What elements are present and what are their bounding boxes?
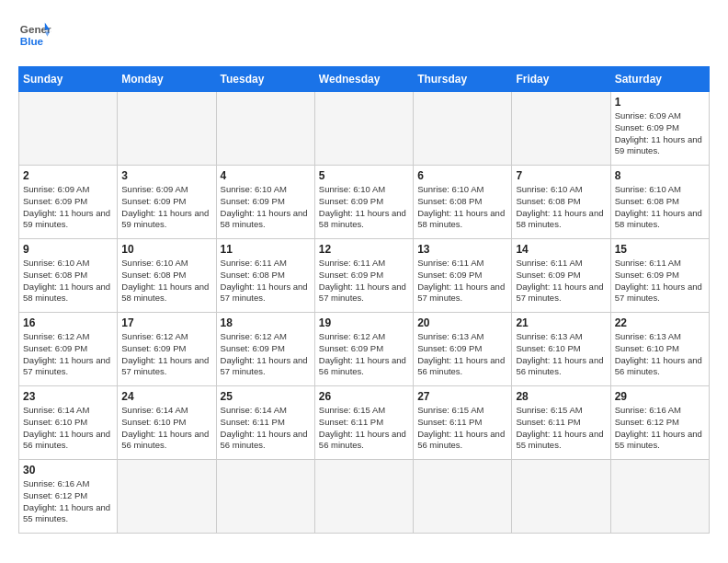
day-info: Sunrise: 6:16 AM Sunset: 6:12 PM Dayligh… [615, 405, 705, 452]
column-header-friday: Friday [512, 67, 610, 92]
day-number: 29 [615, 390, 705, 403]
day-number: 2 [23, 169, 113, 182]
calendar-cell [314, 460, 413, 534]
day-info: Sunrise: 6:12 AM Sunset: 6:09 PM Dayligh… [221, 331, 311, 378]
day-number: 12 [319, 243, 409, 256]
day-info: Sunrise: 6:11 AM Sunset: 6:09 PM Dayligh… [516, 258, 606, 304]
column-header-thursday: Thursday [414, 67, 512, 92]
calendar-cell: 14Sunrise: 6:11 AM Sunset: 6:09 PM Dayli… [512, 239, 610, 313]
day-info: Sunrise: 6:13 AM Sunset: 6:10 PM Dayligh… [615, 331, 705, 378]
calendar-header-row: SundayMondayTuesdayWednesdayThursdayFrid… [19, 67, 710, 92]
day-info: Sunrise: 6:10 AM Sunset: 6:08 PM Dayligh… [121, 258, 211, 304]
calendar-cell: 28Sunrise: 6:15 AM Sunset: 6:11 PM Dayli… [512, 386, 610, 460]
calendar-cell: 23Sunrise: 6:14 AM Sunset: 6:10 PM Dayli… [19, 386, 118, 460]
calendar-cell: 3Sunrise: 6:09 AM Sunset: 6:09 PM Daylig… [118, 166, 216, 239]
logo: General Blue [18, 18, 51, 52]
calendar-cell: 15Sunrise: 6:11 AM Sunset: 6:09 PM Dayli… [610, 239, 709, 313]
calendar-cell: 22Sunrise: 6:13 AM Sunset: 6:10 PM Dayli… [610, 313, 709, 386]
calendar-cell: 9Sunrise: 6:10 AM Sunset: 6:08 PM Daylig… [19, 239, 118, 313]
calendar-cell: 17Sunrise: 6:12 AM Sunset: 6:09 PM Dayli… [118, 313, 216, 386]
day-info: Sunrise: 6:13 AM Sunset: 6:10 PM Dayligh… [516, 331, 606, 378]
calendar-cell [216, 460, 314, 534]
day-number: 19 [319, 316, 409, 329]
day-info: Sunrise: 6:10 AM Sunset: 6:08 PM Dayligh… [23, 258, 113, 304]
calendar-cell: 29Sunrise: 6:16 AM Sunset: 6:12 PM Dayli… [610, 386, 709, 460]
day-info: Sunrise: 6:16 AM Sunset: 6:12 PM Dayligh… [23, 478, 113, 525]
calendar-cell: 12Sunrise: 6:11 AM Sunset: 6:09 PM Dayli… [314, 239, 413, 313]
day-info: Sunrise: 6:15 AM Sunset: 6:11 PM Dayligh… [417, 405, 507, 452]
day-number: 6 [417, 169, 507, 182]
day-number: 13 [417, 243, 507, 256]
calendar-cell: 13Sunrise: 6:11 AM Sunset: 6:09 PM Dayli… [414, 239, 512, 313]
calendar-cell: 1Sunrise: 6:09 AM Sunset: 6:09 PM Daylig… [610, 92, 709, 166]
calendar-cell: 26Sunrise: 6:15 AM Sunset: 6:11 PM Dayli… [314, 386, 413, 460]
day-number: 11 [221, 243, 311, 256]
day-info: Sunrise: 6:10 AM Sunset: 6:08 PM Dayligh… [516, 184, 606, 231]
calendar-cell [118, 92, 216, 166]
day-number: 28 [516, 390, 606, 403]
column-header-monday: Monday [118, 67, 216, 92]
calendar-cell: 18Sunrise: 6:12 AM Sunset: 6:09 PM Dayli… [216, 313, 314, 386]
logo-icon: General Blue [18, 18, 51, 52]
calendar-week-2: 2Sunrise: 6:09 AM Sunset: 6:09 PM Daylig… [19, 166, 710, 239]
day-info: Sunrise: 6:12 AM Sunset: 6:09 PM Dayligh… [121, 331, 211, 378]
calendar-cell: 25Sunrise: 6:14 AM Sunset: 6:11 PM Dayli… [216, 386, 314, 460]
page-header: General Blue [18, 18, 710, 52]
day-info: Sunrise: 6:14 AM Sunset: 6:10 PM Dayligh… [23, 405, 113, 452]
day-number: 24 [121, 390, 211, 403]
calendar-week-6: 30Sunrise: 6:16 AM Sunset: 6:12 PM Dayli… [19, 460, 710, 534]
calendar-cell [19, 92, 118, 166]
day-number: 26 [319, 390, 409, 403]
calendar-cell [414, 460, 512, 534]
calendar-week-3: 9Sunrise: 6:10 AM Sunset: 6:08 PM Daylig… [19, 239, 710, 313]
calendar-cell: 4Sunrise: 6:10 AM Sunset: 6:09 PM Daylig… [216, 166, 314, 239]
day-number: 20 [417, 316, 507, 329]
day-number: 1 [615, 96, 705, 109]
day-info: Sunrise: 6:10 AM Sunset: 6:09 PM Dayligh… [319, 184, 409, 231]
day-number: 21 [516, 316, 606, 329]
day-info: Sunrise: 6:14 AM Sunset: 6:11 PM Dayligh… [221, 405, 311, 452]
day-info: Sunrise: 6:14 AM Sunset: 6:10 PM Dayligh… [121, 405, 211, 452]
day-info: Sunrise: 6:15 AM Sunset: 6:11 PM Dayligh… [516, 405, 606, 452]
calendar-week-4: 16Sunrise: 6:12 AM Sunset: 6:09 PM Dayli… [19, 313, 710, 386]
calendar-cell: 10Sunrise: 6:10 AM Sunset: 6:08 PM Dayli… [118, 239, 216, 313]
calendar-cell [610, 460, 709, 534]
calendar-cell [314, 92, 413, 166]
day-number: 8 [615, 169, 705, 182]
day-number: 4 [221, 169, 311, 182]
calendar-week-5: 23Sunrise: 6:14 AM Sunset: 6:10 PM Dayli… [19, 386, 710, 460]
calendar-cell: 30Sunrise: 6:16 AM Sunset: 6:12 PM Dayli… [19, 460, 118, 534]
calendar-cell [512, 460, 610, 534]
day-info: Sunrise: 6:11 AM Sunset: 6:09 PM Dayligh… [615, 258, 705, 304]
calendar-cell: 20Sunrise: 6:13 AM Sunset: 6:09 PM Dayli… [414, 313, 512, 386]
column-header-tuesday: Tuesday [216, 67, 314, 92]
column-header-saturday: Saturday [610, 67, 709, 92]
day-number: 17 [121, 316, 211, 329]
day-number: 16 [23, 316, 113, 329]
day-number: 30 [23, 464, 113, 477]
calendar-cell [216, 92, 314, 166]
calendar-cell [512, 92, 610, 166]
day-info: Sunrise: 6:10 AM Sunset: 6:08 PM Dayligh… [615, 184, 705, 231]
day-number: 15 [615, 243, 705, 256]
day-number: 18 [221, 316, 311, 329]
day-number: 3 [121, 169, 211, 182]
calendar-cell: 7Sunrise: 6:10 AM Sunset: 6:08 PM Daylig… [512, 166, 610, 239]
day-info: Sunrise: 6:09 AM Sunset: 6:09 PM Dayligh… [121, 184, 211, 231]
day-number: 22 [615, 316, 705, 329]
day-number: 10 [121, 243, 211, 256]
day-number: 23 [23, 390, 113, 403]
day-info: Sunrise: 6:09 AM Sunset: 6:09 PM Dayligh… [615, 110, 705, 157]
calendar-cell: 6Sunrise: 6:10 AM Sunset: 6:08 PM Daylig… [414, 166, 512, 239]
calendar-cell: 24Sunrise: 6:14 AM Sunset: 6:10 PM Dayli… [118, 386, 216, 460]
calendar-cell: 11Sunrise: 6:11 AM Sunset: 6:08 PM Dayli… [216, 239, 314, 313]
calendar-week-1: 1Sunrise: 6:09 AM Sunset: 6:09 PM Daylig… [19, 92, 710, 166]
calendar-table: SundayMondayTuesdayWednesdayThursdayFrid… [18, 66, 710, 534]
calendar-cell: 5Sunrise: 6:10 AM Sunset: 6:09 PM Daylig… [314, 166, 413, 239]
calendar-cell: 27Sunrise: 6:15 AM Sunset: 6:11 PM Dayli… [414, 386, 512, 460]
calendar-cell: 19Sunrise: 6:12 AM Sunset: 6:09 PM Dayli… [314, 313, 413, 386]
calendar-cell: 2Sunrise: 6:09 AM Sunset: 6:09 PM Daylig… [19, 166, 118, 239]
day-info: Sunrise: 6:10 AM Sunset: 6:09 PM Dayligh… [221, 184, 311, 231]
column-header-sunday: Sunday [19, 67, 118, 92]
day-info: Sunrise: 6:11 AM Sunset: 6:09 PM Dayligh… [319, 258, 409, 304]
